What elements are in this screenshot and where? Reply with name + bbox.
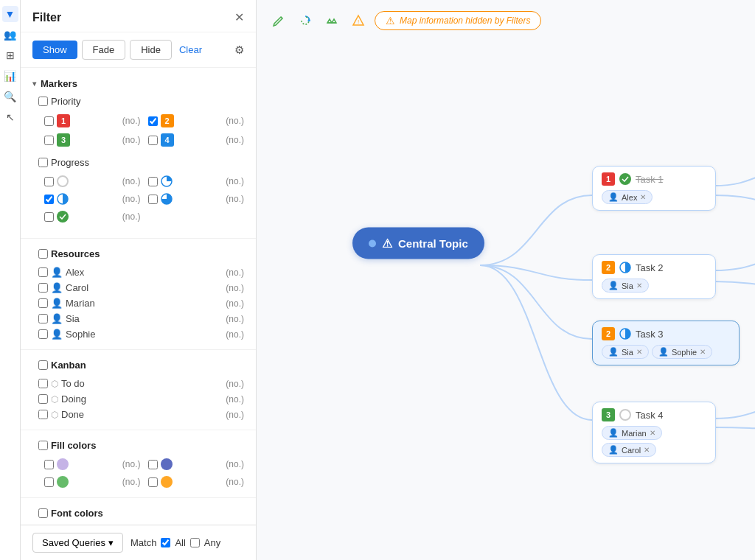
- resource-sia-checkbox[interactable]: [38, 314, 48, 323]
- font-colors-section: Font colors (no.) (no.): [21, 501, 256, 525]
- task4-tag-carol[interactable]: 👤 Carol ✕: [602, 443, 656, 457]
- fill-color-orange-checkbox[interactable]: [148, 477, 158, 487]
- progress-threequarter-checkbox[interactable]: [148, 195, 158, 204]
- task3-tag-sia[interactable]: 👤 Sia ✕: [602, 345, 649, 359]
- filter-actions: Show Fade Hide Clear ⚙: [21, 32, 256, 68]
- progress-half-checkbox[interactable]: [44, 195, 54, 204]
- priority-checkbox[interactable]: [38, 97, 48, 106]
- match-section: Match All Any: [131, 537, 220, 548]
- markers-section-header[interactable]: ▾ Markers: [32, 78, 244, 89]
- hide-button[interactable]: Hide: [130, 40, 172, 60]
- match-all-checkbox[interactable]: [161, 538, 170, 547]
- fade-button[interactable]: Fade: [82, 40, 126, 60]
- resource-sophie-count: (no.): [226, 329, 244, 340]
- kanban-done-checkbox[interactable]: [38, 410, 48, 419]
- task2-node[interactable]: 2 Task 2 👤 Sia ✕: [592, 254, 716, 299]
- resource-alex-row: 👤 Alex (no.): [32, 265, 244, 280]
- resource-marian-checkbox[interactable]: [38, 298, 48, 308]
- pencil-tool-icon[interactable]: [268, 10, 289, 31]
- task4-node[interactable]: 3 Task 4 👤 Marian ✕ 👤 Carol ✕: [592, 402, 716, 463]
- task2-tag-sia-label: Sia: [622, 281, 633, 290]
- task2-tags: 👤 Sia ✕: [602, 279, 706, 293]
- kanban-todo-count: (no.): [226, 379, 244, 389]
- resource-sophie-checkbox[interactable]: [38, 329, 48, 339]
- priority-2-checkbox[interactable]: [148, 116, 158, 126]
- clear-button[interactable]: Clear: [179, 44, 202, 55]
- task4-progress-icon: [619, 409, 631, 421]
- chart-tool-icon[interactable]: 📊: [2, 68, 18, 84]
- filter-panel: Filter ✕ Show Fade Hide Clear ⚙ ▾ Marker…: [21, 0, 257, 560]
- task4-tag-carol-icon: 👤: [608, 445, 619, 455]
- task4-tag-marian[interactable]: 👤 Marian ✕: [602, 426, 662, 440]
- zoom-tool-icon[interactable]: 🔍: [2, 88, 18, 105]
- show-button[interactable]: Show: [32, 41, 77, 59]
- task3-tag-sophie[interactable]: 👤 Sophie ✕: [652, 345, 712, 359]
- main-canvas: ! ⚠ Map information hidden by Filters ⚠ …: [257, 0, 755, 560]
- people-tool-icon[interactable]: 👥: [2, 27, 18, 43]
- resource-sophie-row: 👤 Sophie (no.): [32, 326, 244, 342]
- priority-2-badge: 2: [161, 114, 174, 127]
- fill-color-orange-row: (no.): [142, 474, 245, 490]
- task1-node[interactable]: 1 Task 1 👤 Alex ✕: [592, 166, 716, 211]
- priority-1-checkbox[interactable]: [44, 116, 54, 126]
- task3-tag-sia-close[interactable]: ✕: [636, 348, 642, 356]
- task3-tag-sophie-close[interactable]: ✕: [700, 348, 706, 356]
- progress-row: Progress: [32, 155, 244, 170]
- progress-done-checkbox[interactable]: [44, 212, 54, 222]
- task2-progress-icon: [619, 262, 631, 273]
- fill-colors-checkbox[interactable]: [38, 441, 48, 450]
- rotate-tool-icon[interactable]: [295, 10, 316, 31]
- filter-options-button[interactable]: ⚙: [234, 43, 244, 57]
- progress-checkbox[interactable]: [38, 158, 48, 167]
- task4-tag-carol-close[interactable]: ✕: [644, 446, 650, 454]
- fill-color-lavender-checkbox[interactable]: [44, 460, 54, 469]
- recycle-tool-icon[interactable]: [321, 10, 342, 31]
- progress-threequarter-row: (no.): [142, 191, 245, 207]
- kanban-checkbox[interactable]: [38, 360, 48, 370]
- priority-4-row: 4 (no.): [142, 131, 245, 149]
- task4-tag-marian-close[interactable]: ✕: [650, 429, 655, 437]
- progress-quarter-count: (no.): [226, 176, 244, 186]
- warning-tool-icon[interactable]: !: [348, 10, 369, 31]
- fill-color-green-dot: [57, 476, 69, 488]
- task2-tag-sia-close[interactable]: ✕: [636, 281, 642, 290]
- match-all-label: All: [175, 537, 185, 548]
- task1-badge: 1: [602, 172, 615, 186]
- progress-quarter-icon: [161, 175, 173, 187]
- saved-queries-label: Saved Queries: [42, 537, 105, 548]
- task3-node[interactable]: 2 Task 3 👤 Sia ✕ 👤 Sophie ✕: [592, 321, 740, 365]
- resource-alex-checkbox[interactable]: [38, 267, 48, 277]
- fill-color-lavender-count: (no.): [122, 459, 141, 469]
- filter-close-button[interactable]: ✕: [234, 10, 244, 24]
- priority-3-checkbox[interactable]: [44, 136, 54, 145]
- font-colors-checkbox[interactable]: [38, 508, 48, 518]
- priority-label: Priority: [51, 96, 80, 107]
- task2-tag-sia[interactable]: 👤 Sia ✕: [602, 279, 649, 293]
- kanban-doing-label: Doing: [61, 393, 223, 405]
- progress-empty-checkbox[interactable]: [44, 177, 54, 186]
- cursor-tool-icon[interactable]: ↖: [2, 109, 18, 125]
- saved-queries-button[interactable]: Saved Queries ▾: [32, 533, 123, 553]
- progress-quarter-checkbox[interactable]: [148, 177, 158, 186]
- resource-carol-checkbox[interactable]: [38, 283, 48, 293]
- kanban-doing-checkbox[interactable]: [38, 394, 48, 404]
- match-any-label: Any: [204, 537, 220, 548]
- fill-color-green-checkbox[interactable]: [44, 477, 54, 487]
- resources-checkbox[interactable]: [38, 249, 48, 259]
- layers-tool-icon[interactable]: ⊞: [2, 47, 18, 63]
- priority-row: Priority: [32, 94, 244, 109]
- task2-header: 2 Task 2: [602, 261, 706, 274]
- fill-colors-label: Fill colors: [51, 440, 96, 451]
- central-topic[interactable]: ⚠ Central Topic: [352, 228, 484, 259]
- task1-tag-alex-close[interactable]: ✕: [640, 193, 646, 201]
- fill-color-lavender-row: (no.): [38, 456, 141, 472]
- markers-section: ▾ Markers Priority 1 (no.) 2 (no.): [21, 74, 256, 235]
- task1-tag-alex[interactable]: 👤 Alex ✕: [602, 190, 653, 204]
- resource-carol-count: (no.): [226, 283, 244, 293]
- fill-color-indigo-checkbox[interactable]: [148, 460, 158, 469]
- kanban-todo-checkbox[interactable]: [38, 379, 48, 388]
- match-any-checkbox[interactable]: [190, 538, 200, 547]
- svg-line-3: [281, 17, 282, 18]
- filter-tool-icon[interactable]: ▼: [2, 6, 18, 22]
- priority-4-checkbox[interactable]: [148, 136, 158, 145]
